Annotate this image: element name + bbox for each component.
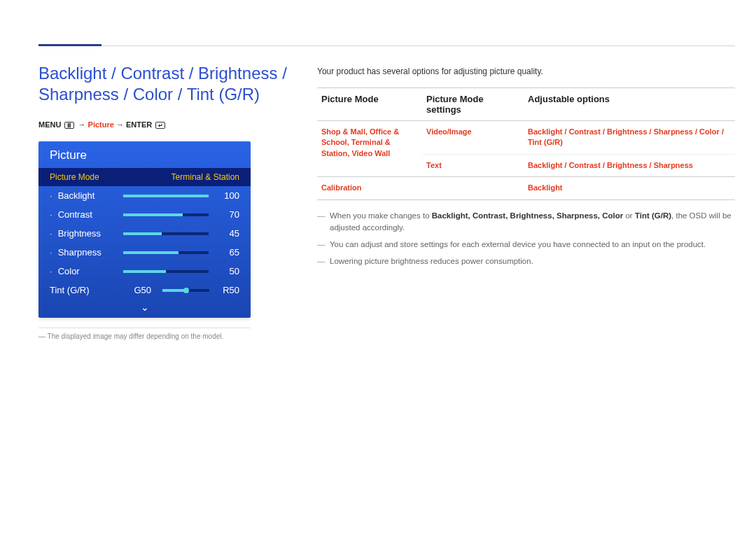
left-column: Backlight / Contrast / Brightness / Shar… — [38, 63, 290, 340]
osd-item-label: Color — [50, 266, 123, 276]
osd-item-value: 50 — [217, 266, 239, 276]
osd-item-value: 65 — [217, 247, 239, 258]
note-item: Lowering picture brightness reduces powe… — [317, 255, 735, 268]
osd-item-label: Contrast — [50, 209, 123, 220]
divider-top-accent — [38, 44, 102, 46]
intro-text: Your product has several options for adj… — [317, 66, 735, 76]
table-cell: Shop & Mall, Office & School, Terminal &… — [317, 121, 422, 177]
footnote-left: ― The displayed image may differ dependi… — [38, 328, 251, 340]
arrow-icon: → — [78, 120, 86, 129]
options-table: Picture Mode Picture Mode settings Adjus… — [317, 87, 735, 200]
osd-item-label: Tint (G/R) — [50, 285, 123, 295]
table-cell: Backlight — [524, 177, 735, 199]
menu-icon: Ⅲ — [64, 122, 74, 129]
tint-slider[interactable] — [162, 289, 209, 292]
notes-list: When you make changes to Backlight, Cont… — [317, 210, 735, 268]
table-cell: Video/Image — [422, 121, 524, 155]
osd-mode-row[interactable]: Picture Mode Terminal & Station — [38, 168, 251, 186]
divider-top — [38, 45, 735, 46]
note-item: You can adjust and store settings for ea… — [317, 239, 735, 251]
table-cell: Backlight / Contrast / Brightness / Shar… — [524, 121, 735, 155]
osd-item-value: 45 — [217, 228, 239, 239]
table-cell: Calibration — [317, 177, 422, 199]
slider[interactable] — [123, 213, 209, 216]
table-header: Picture Mode settings — [422, 88, 524, 121]
osd-item[interactable]: Contrast70 — [38, 205, 251, 224]
osd-item[interactable]: Backlight100 — [38, 186, 251, 205]
osd-item-label: Sharpness — [50, 247, 123, 258]
note-bold: Backlight, Contrast, Brightness, Sharpne… — [432, 211, 624, 220]
osd-item-value: 70 — [217, 209, 239, 220]
osd-mode-label: Picture Mode — [50, 172, 99, 182]
chevron-down-icon[interactable]: ⌄ — [38, 300, 251, 313]
slider[interactable] — [123, 232, 209, 235]
osd-item[interactable]: Sharpness65 — [38, 243, 251, 262]
osd-item-label: Brightness — [50, 228, 123, 239]
table-header: Picture Mode — [317, 88, 422, 121]
osd-item[interactable]: Brightness45 — [38, 224, 251, 243]
tint-g-value: G50 — [123, 285, 151, 295]
table-cell: Backlight / Contrast / Brightness / Shar… — [524, 155, 735, 177]
page-title: Backlight / Contrast / Brightness / Shar… — [38, 63, 290, 105]
tint-r-value: R50 — [215, 285, 239, 295]
table-cell — [422, 177, 524, 199]
breadcrumb-enter: ENTER — [126, 120, 152, 129]
right-column: Your product has several options for adj… — [317, 66, 735, 272]
enter-icon: ↵ — [155, 122, 165, 129]
osd-item-tint[interactable]: Tint (G/R) G50 R50 — [38, 281, 251, 300]
table-cell: Text — [422, 155, 524, 177]
osd-item-label: Backlight — [50, 190, 123, 201]
osd-mode-value: Terminal & Station — [172, 172, 239, 182]
osd-panel: Picture Picture Mode Terminal & Station … — [38, 141, 251, 318]
note-bold: Tint (G/R) — [635, 211, 671, 220]
arrow-icon: → — [116, 120, 124, 129]
slider[interactable] — [123, 251, 209, 254]
breadcrumb-highlight: Picture — [88, 120, 114, 129]
footnote-text: The displayed image may differ depending… — [48, 332, 224, 340]
table-header: Adjustable options — [524, 88, 735, 121]
slider[interactable] — [123, 270, 209, 273]
slider[interactable] — [123, 195, 209, 197]
osd-item-value: 100 — [217, 190, 239, 201]
breadcrumb: MENU Ⅲ → Picture → ENTER ↵ — [38, 120, 290, 129]
note-item: When you make changes to Backlight, Cont… — [317, 210, 735, 235]
osd-title: Picture — [38, 141, 251, 168]
breadcrumb-menu: MENU — [38, 120, 61, 129]
osd-item[interactable]: Color50 — [38, 262, 251, 281]
note-text: or — [623, 211, 635, 220]
note-text: When you make changes to — [330, 211, 432, 220]
